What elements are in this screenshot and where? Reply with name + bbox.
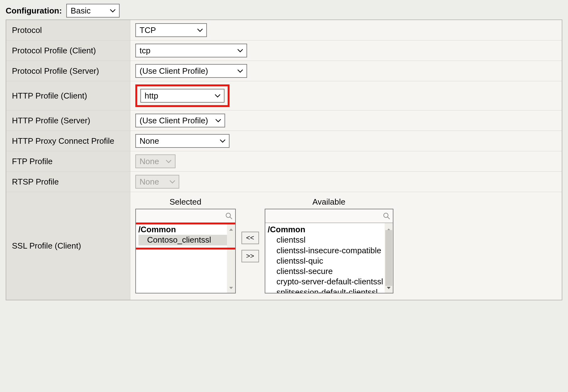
ssl-available-listbox[interactable]: /Common clientssl clientssl-insecure-com… [265,209,393,293]
http-server-value: (Use Client Profile) [140,116,208,126]
rtsp-select: None [135,175,179,189]
ssl-selected-listbox[interactable]: /Common Contoso_clientssl [135,209,236,293]
ssl-selected-group: /Common [138,224,227,235]
configuration-mode-value: Basic [71,6,91,16]
ssl-client-label: SSL Profile (Client) [12,241,81,250]
row-protocol: Protocol TCP [6,20,562,40]
http-proxy-connect-select[interactable]: None [135,134,230,148]
protocol-value: TCP [140,25,156,35]
rtsp-label: RTSP Profile [12,177,59,186]
ssl-selected-list[interactable]: /Common Contoso_clientssl [136,223,227,293]
http-server-label: HTTP Profile (Server) [12,116,90,125]
http-client-highlight: http [135,84,230,107]
ftp-value: None [140,157,159,166]
pp-server-select[interactable]: (Use Client Profile) [135,64,247,78]
http-server-select[interactable]: (Use Client Profile) [135,114,225,127]
row-ssl-profile-client: SSL Profile (Client) Selected [6,192,562,300]
chevron-down-icon [165,159,172,164]
row-http-proxy-connect: HTTP Proxy Connect Profile None [6,131,562,151]
row-http-profile-client: HTTP Profile (Client) http [6,81,562,110]
chevron-down-icon [215,118,221,123]
row-protocol-profile-server: Protocol Profile (Server) (Use Client Pr… [6,61,562,81]
http-proxy-connect-value: None [140,136,159,146]
chevron-down-icon [214,94,221,98]
list-item[interactable]: clientssl [268,235,385,245]
ssl-available-column: Available /Common [265,197,393,293]
chevron-down-icon [110,8,116,13]
row-http-profile-server: HTTP Profile (Server) (Use Client Profil… [6,110,562,131]
list-item[interactable]: clientssl-secure [268,266,385,277]
move-right-button[interactable]: >> [241,250,259,262]
ssl-available-group: /Common [268,224,385,235]
ssl-move-buttons: << >> [241,197,259,262]
configuration-form: Protocol TCP Protocol Profile (Client) t… [6,19,562,300]
pp-server-value: (Use Client Profile) [140,66,208,76]
list-item[interactable]: Contoso_clientssl [138,235,227,245]
http-proxy-connect-label: HTTP Proxy Connect Profile [12,136,114,146]
chevron-down-icon [169,180,176,184]
ssl-available-scrollbar[interactable] [385,223,393,293]
pp-client-value: tcp [140,46,151,56]
svg-point-0 [226,213,230,217]
list-item[interactable]: splitsession-default-clientssl [268,287,385,293]
ssl-selected-title: Selected [170,197,201,207]
row-rtsp-profile: RTSP Profile None [6,172,562,192]
http-client-label: HTTP Profile (Client) [12,91,87,100]
configuration-mode-select[interactable]: Basic [66,4,120,18]
scroll-thumb[interactable] [385,230,392,286]
pp-client-select[interactable]: tcp [135,44,247,57]
ssl-available-search[interactable] [265,209,393,223]
pp-client-label: Protocol Profile (Client) [12,46,96,55]
row-ftp-profile: FTP Profile None [6,151,562,172]
chevron-down-icon [197,28,203,32]
scroll-down-icon[interactable] [229,282,234,292]
ssl-selected-column: Selected /Common [135,197,236,293]
configuration-header: Configuration: Basic [6,4,562,18]
list-item[interactable]: clientssl-insecure-compatible [268,245,385,256]
svg-point-2 [384,213,388,217]
ftp-label: FTP Profile [12,157,53,166]
search-icon [225,212,233,220]
ftp-select: None [135,154,176,168]
protocol-select[interactable]: TCP [135,23,207,37]
scroll-up-icon[interactable] [229,224,234,234]
list-item[interactable]: clientssl-quic [268,256,385,266]
svg-line-1 [230,217,232,219]
row-protocol-profile-client: Protocol Profile (Client) tcp [6,40,562,61]
protocol-label: Protocol [12,25,42,35]
http-client-select[interactable]: http [140,89,224,103]
ssl-available-list[interactable]: /Common clientssl clientssl-insecure-com… [265,223,385,293]
search-icon [383,212,390,220]
svg-line-3 [387,217,390,219]
chevron-down-icon [237,48,243,53]
ssl-selected-search[interactable] [136,209,235,223]
chevron-down-icon [237,69,243,73]
pp-server-label: Protocol Profile (Server) [12,66,99,76]
ssl-available-title: Available [312,197,345,207]
rtsp-value: None [140,177,159,187]
list-item[interactable]: crypto-server-default-clientssl [268,277,385,287]
ssl-picker: Selected /Common [135,195,557,297]
http-client-value: http [145,91,158,101]
chevron-down-icon [219,139,226,143]
move-left-button[interactable]: << [241,232,259,244]
ssl-selected-scrollbar[interactable] [227,223,235,293]
configuration-label: Configuration: [6,6,62,16]
